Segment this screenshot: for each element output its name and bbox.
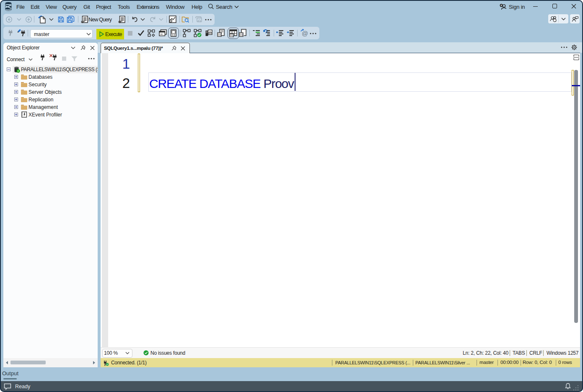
svg-text:01: 01	[218, 33, 221, 36]
svg-text:01: 01	[230, 34, 233, 37]
svg-text:01: 01	[240, 33, 243, 36]
